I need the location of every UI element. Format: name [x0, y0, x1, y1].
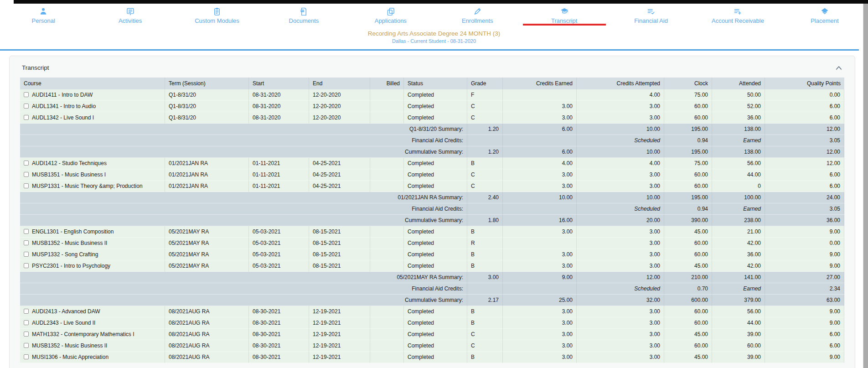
- cell-billed: [370, 158, 404, 169]
- vertical-scrollbar[interactable]: [863, 4, 868, 368]
- row-checkbox[interactable]: [24, 104, 29, 109]
- course-row: MUSB1352 - Music Business II08/2021AUG R…: [20, 340, 844, 352]
- row-checkbox[interactable]: [24, 252, 29, 257]
- summary-cell-grade: 2.17: [467, 295, 503, 306]
- summary-cell-credits_earned: [503, 203, 577, 215]
- course-row: AUDI1411 - Intro to DAWQ1-8/31/2008-31-2…: [20, 89, 844, 101]
- row-checkbox[interactable]: [24, 309, 29, 314]
- cell-end: 04-25-2021: [309, 169, 370, 181]
- summary-cell-grade: 1.20: [467, 124, 503, 135]
- tab-placement[interactable]: Placement: [781, 4, 868, 26]
- row-checkbox[interactable]: [24, 183, 29, 188]
- cell-status: Completed: [404, 181, 467, 192]
- cell-attended: 56.00: [712, 306, 765, 317]
- row-checkbox[interactable]: [24, 343, 29, 348]
- tab-label: Placement: [811, 17, 838, 24]
- cell-end: 08-15-2021: [309, 260, 370, 272]
- summary-cell-clock: 195.00: [664, 146, 712, 158]
- column-header: Credits Earned: [503, 78, 577, 89]
- cell-status: Completed: [404, 340, 467, 352]
- summary-cell-credits_earned: 16.00: [503, 215, 577, 226]
- summary-cell-quality_points: 63.00: [765, 295, 844, 306]
- summary-row: Cummulative Summary:1.206.0010.00195.001…: [20, 146, 844, 158]
- row-checkbox[interactable]: [24, 320, 29, 325]
- financial-aid-row: Financial Aid Credits:Scheduled0.94Earne…: [20, 135, 844, 146]
- cell-end: 12-19-2021: [309, 306, 370, 317]
- summary-cell-quality_points: 3.05: [765, 203, 844, 215]
- summary-cell-grade: 2.40: [467, 192, 503, 203]
- collapse-chevron-up-icon[interactable]: [835, 65, 843, 71]
- cell-quality_points: 9.00: [765, 260, 844, 272]
- cell-credits_attempted: 3.00: [577, 317, 664, 329]
- cell-attended: 39.00: [712, 329, 765, 340]
- tab-applications[interactable]: Applications: [347, 4, 434, 26]
- tab-financial-aid[interactable]: Financial Aid: [608, 4, 694, 26]
- cell-credits_earned: 3.00: [503, 340, 577, 352]
- row-checkbox[interactable]: [24, 332, 29, 337]
- summary-cell-grade: [467, 203, 503, 215]
- tab-documents[interactable]: PDFDocuments: [260, 4, 347, 26]
- cell-attended: 0: [712, 181, 765, 192]
- cell-end: 12-20-2020: [309, 101, 370, 112]
- cell-start: 08-31-2020: [249, 112, 309, 124]
- cell-quality_points: 12.00: [765, 158, 844, 169]
- summary-row: 05/2021MAY RA Summary:3.009.0012.00210.0…: [20, 272, 844, 283]
- tab-custom-modules[interactable]: Custom Modules: [174, 4, 260, 26]
- course-row: ENGL1301 - English Composition05/2021MAY…: [20, 226, 844, 238]
- column-header: Term (Session): [165, 78, 249, 89]
- tab-transcript[interactable]: Transcript: [521, 4, 607, 26]
- cell-term: 08/2021AUG RA: [165, 317, 249, 329]
- tab-account-receivable[interactable]: Account Receivable: [694, 4, 781, 26]
- row-checkbox[interactable]: [24, 115, 29, 120]
- cell-end: 12-20-2020: [309, 89, 370, 101]
- summary-label: 01/2021JAN RA Summary:: [20, 192, 467, 203]
- tab-activities[interactable]: Activities: [87, 4, 173, 26]
- cell-billed: [370, 238, 404, 249]
- row-checkbox[interactable]: [24, 92, 29, 97]
- cell-quality_points: 9.00: [765, 317, 844, 329]
- row-checkbox[interactable]: [24, 229, 29, 234]
- course-label: MUSP1331 - Music Theory &amp; Production: [32, 183, 143, 189]
- cell-credits_earned: 3.00: [503, 112, 577, 124]
- summary-label: Financial Aid Credits:: [20, 135, 467, 146]
- financial-aid-row: Financial Aid Credits:Scheduled0.94Earne…: [20, 203, 844, 215]
- cell-grade: R: [467, 238, 503, 249]
- cell-billed: [370, 181, 404, 192]
- course-label: AUDL1341 - Intro to Audio: [32, 103, 96, 109]
- cell-credits_attempted: 3.00: [577, 340, 664, 352]
- row-checkbox[interactable]: [24, 161, 29, 166]
- cell-grade: C: [467, 329, 503, 340]
- row-checkbox[interactable]: [24, 354, 29, 359]
- tab-enrollments[interactable]: Enrollments: [434, 4, 521, 26]
- cell-credits_attempted: 4.00: [577, 89, 664, 101]
- summary-cell-credits_attempted: 20.00: [577, 215, 664, 226]
- summary-cell-credits_earned: 6.00: [503, 124, 577, 135]
- cell-term: Q1-8/31/20: [165, 89, 249, 101]
- cell-credits_earned: 3.00: [503, 226, 577, 238]
- cell-credits_attempted: 3.00: [577, 101, 664, 112]
- cell-grade: B: [467, 249, 503, 260]
- cell-quality_points: 9.00: [765, 226, 844, 238]
- cell-credits_earned: 3.00: [503, 181, 577, 192]
- cell-credits_earned: 4.00: [503, 158, 577, 169]
- browser-edge-bar: [14, 0, 868, 4]
- tab-personal[interactable]: Personal: [0, 4, 87, 26]
- row-checkbox[interactable]: [24, 240, 29, 245]
- column-header: Attended: [712, 78, 765, 89]
- summary-label: Financial Aid Credits:: [20, 203, 467, 215]
- row-checkbox[interactable]: [24, 172, 29, 177]
- cell-status: Completed: [404, 158, 467, 169]
- cell-clock: 75.00: [664, 158, 712, 169]
- course-label: MATH1332 - Contemporary Mathematics I: [32, 331, 134, 337]
- placement-icon: [820, 7, 830, 16]
- cell-term: 08/2021AUG RA: [165, 306, 249, 317]
- cell-start: 08-30-2021: [249, 329, 309, 340]
- cell-start: 01-11-2021: [249, 181, 309, 192]
- panel-header: Transcript: [10, 56, 855, 78]
- row-checkbox[interactable]: [24, 263, 29, 268]
- cell-term: 08/2021AUG RA: [165, 340, 249, 352]
- person-icon: [38, 7, 48, 16]
- summary-cell-attended: 141.00: [712, 272, 765, 283]
- summary-cell-clock: 210.00: [664, 272, 712, 283]
- course-row: MUSI1306 - Music Appreciation08/2021AUG …: [20, 352, 844, 363]
